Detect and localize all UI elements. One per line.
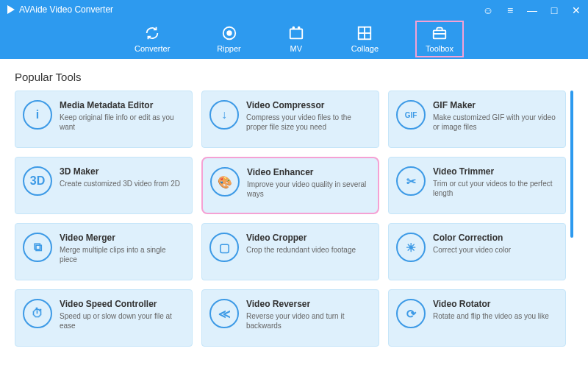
tool-title: Video Cropper: [246, 233, 371, 243]
tool-desc: Rotate and flip the video as you like: [433, 311, 558, 321]
tab-label: Converter: [135, 44, 170, 53]
tools-grid-wrap: iMedia Metadata EditorKeep original file…: [15, 91, 573, 363]
tab-ripper[interactable]: Ripper: [208, 22, 249, 56]
tool-card-video-speed-controller[interactable]: ⏱Video Speed ControllerSpeed up or slow …: [15, 289, 193, 347]
tab-label: Collage: [351, 44, 379, 53]
tab-mv[interactable]: MV: [279, 22, 313, 56]
collage-icon: [356, 25, 373, 41]
tool-desc: Reverse your video and turn it backwards: [246, 311, 371, 330]
tab-toolbox[interactable]: Toolbox: [417, 22, 462, 56]
tool-icon: ↓: [209, 100, 239, 130]
tool-icon: 🎨: [210, 167, 240, 197]
toolbox-icon: [431, 25, 448, 41]
tool-desc: Create customized 3D video from 2D: [60, 179, 184, 188]
tool-icon: ⏱: [23, 299, 52, 328]
minimize-icon[interactable]: —: [526, 4, 538, 16]
tool-icon: ⟳: [396, 299, 426, 328]
tool-text: Video Speed ControllerSpeed up or slow d…: [60, 299, 184, 337]
tool-desc: Compress your video files to the proper …: [246, 113, 371, 132]
tool-desc: Keep original file info or edit as you w…: [60, 113, 184, 132]
tool-icon: ≪: [209, 299, 239, 328]
tool-text: Media Metadata EditorKeep original file …: [60, 100, 184, 138]
app-title: AVAide Video Converter: [19, 4, 113, 15]
content-area: Popular Tools iMedia Metadata EditorKeep…: [0, 59, 588, 368]
tool-card-video-cropper[interactable]: ▢Video CropperCrop the redundant video f…: [201, 223, 379, 280]
tool-card-video-rotator[interactable]: ⟳Video RotatorRotate and flip the video …: [388, 289, 566, 347]
tool-desc: Trim or cut your videos to the perfect l…: [433, 179, 558, 198]
section-title: Popular Tools: [15, 71, 573, 83]
tool-card-gif-maker[interactable]: GIFGIF MakerMake customized GIF with you…: [388, 91, 566, 148]
tab-collage[interactable]: Collage: [343, 22, 387, 56]
tool-desc: Crop the redundant video footage: [246, 245, 371, 255]
tool-icon: i: [23, 100, 52, 130]
tab-label: MV: [290, 44, 302, 53]
tool-title: Video Trimmer: [433, 166, 558, 177]
tool-title: Video Rotator: [433, 299, 558, 309]
svg-rect-2: [290, 29, 302, 39]
svg-rect-8: [434, 30, 446, 38]
app-header: AVAide Video Converter ☺ ≡ — □ ✕ Convert…: [0, 0, 588, 59]
tool-card-media-metadata-editor[interactable]: iMedia Metadata EditorKeep original file…: [15, 91, 193, 148]
tool-card-video-reverser[interactable]: ≪Video ReverserReverse your video and tu…: [201, 289, 379, 347]
tool-title: Color Correction: [433, 233, 558, 243]
tools-grid: iMedia Metadata EditorKeep original file…: [15, 91, 573, 347]
feedback-icon[interactable]: ☺: [482, 4, 494, 16]
tool-desc: Make customized GIF with your video or i…: [433, 113, 558, 132]
tool-title: GIF Maker: [433, 100, 558, 110]
app-logo-icon: [7, 5, 15, 14]
tool-text: GIF MakerMake customized GIF with your v…: [433, 100, 558, 138]
tool-icon: ▢: [209, 233, 239, 262]
tool-text: Color CorrectionCorrect your video color: [433, 233, 558, 271]
mv-icon: [288, 25, 304, 41]
tool-title: Video Merger: [60, 233, 184, 243]
tool-title: Media Metadata Editor: [60, 100, 184, 110]
tab-label: Toolbox: [426, 44, 453, 53]
tool-text: Video RotatorRotate and flip the video a…: [433, 299, 558, 337]
tool-text: Video EnhancerImprove your video quality…: [247, 167, 370, 204]
tool-text: Video CompressorCompress your video file…: [246, 100, 371, 138]
tool-text: Video ReverserReverse your video and tur…: [246, 299, 371, 337]
tool-card-3d-maker[interactable]: 3D3D MakerCreate customized 3D video fro…: [15, 157, 193, 214]
scrollbar[interactable]: [570, 91, 573, 238]
tool-card-video-enhancer[interactable]: 🎨Video EnhancerImprove your video qualit…: [201, 157, 379, 214]
tool-icon: ✂: [396, 166, 426, 196]
tool-icon: 3D: [23, 166, 52, 196]
svg-point-3: [293, 27, 294, 29]
tool-icon: ☀: [396, 233, 426, 262]
tool-text: Video CropperCrop the redundant video fo…: [246, 233, 371, 271]
ripper-icon: [221, 25, 237, 41]
tool-text: Video TrimmerTrim or cut your videos to …: [433, 166, 558, 205]
tab-label: Ripper: [217, 44, 240, 53]
tool-text: Video MergerMerge multiple clips into a …: [60, 233, 184, 271]
tool-desc: Merge multiple clips into a single piece: [60, 245, 184, 264]
maximize-icon[interactable]: □: [548, 4, 560, 16]
tool-desc: Improve your video quality in several wa…: [247, 180, 370, 199]
svg-point-4: [298, 27, 299, 29]
menu-icon[interactable]: ≡: [504, 4, 516, 16]
tool-icon: ⧉: [23, 233, 52, 262]
tool-text: 3D MakerCreate customized 3D video from …: [60, 166, 184, 205]
tool-title: Video Reverser: [246, 299, 371, 309]
close-icon[interactable]: ✕: [570, 4, 582, 16]
tool-title: Video Speed Controller: [60, 299, 184, 309]
tool-card-video-trimmer[interactable]: ✂Video TrimmerTrim or cut your videos to…: [388, 157, 566, 214]
window-controls: ☺ ≡ — □ ✕: [482, 4, 582, 16]
converter-icon: [144, 25, 160, 41]
tool-title: Video Enhancer: [247, 167, 370, 177]
tool-title: 3D Maker: [60, 166, 184, 177]
tab-converter[interactable]: Converter: [126, 22, 179, 56]
tool-desc: Speed up or slow down your file at ease: [60, 311, 184, 330]
tool-icon: GIF: [396, 100, 426, 130]
main-tabs: Converter Ripper MV Collage Toolbox: [0, 22, 588, 56]
tool-card-video-compressor[interactable]: ↓Video CompressorCompress your video fil…: [201, 91, 379, 148]
svg-point-1: [227, 31, 232, 35]
tool-card-video-merger[interactable]: ⧉Video MergerMerge multiple clips into a…: [15, 223, 193, 280]
tool-card-color-correction[interactable]: ☀Color CorrectionCorrect your video colo…: [388, 223, 566, 280]
tool-title: Video Compressor: [246, 100, 371, 110]
tool-desc: Correct your video color: [433, 245, 558, 255]
